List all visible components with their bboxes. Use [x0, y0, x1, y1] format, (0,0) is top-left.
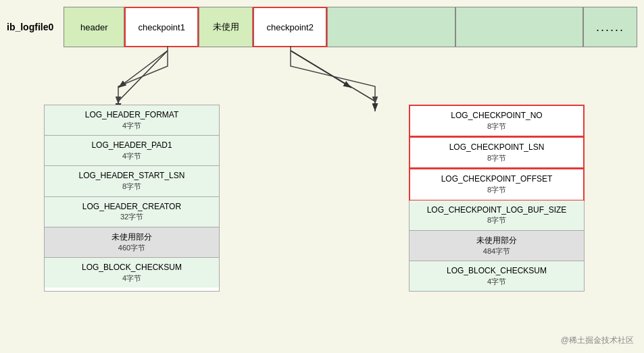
top-row: ib_logfile0 header checkpoint1 未使用 check… — [7, 7, 637, 47]
segments-container: header checkpoint1 未使用 checkpoint2 .....… — [64, 7, 637, 47]
header-detail-box: LOG_HEADER_FORMAT 4字节 LOG_HEADER_PAD1 4字… — [44, 105, 220, 292]
seg-checkpoint1: checkpoint1 — [124, 7, 199, 47]
seg-unused: 未使用 — [199, 7, 253, 47]
seg-green1 — [327, 7, 455, 47]
checkpoint-row-4: 未使用部分 484字节 — [410, 231, 584, 261]
svg-line-1 — [291, 51, 351, 88]
header-row-1: LOG_HEADER_PAD1 4字节 — [45, 136, 219, 166]
logfile-label: ib_logfile0 — [7, 22, 53, 32]
header-row-2: LOG_HEADER_START_LSN 8字节 — [45, 166, 219, 196]
watermark: @稀土掘金技术社区 — [561, 335, 634, 346]
checkpoint-row-2: LOG_CHECKPOINT_OFFSET 8字节 — [409, 168, 585, 200]
checkpoint-detail-box: LOG_CHECKPOINT_NO 8字节 LOG_CHECKPOINT_LSN… — [409, 105, 585, 292]
seg-green2 — [455, 7, 583, 47]
checkpoint-row-5: LOG_BLOCK_CHECKSUM 4字节 — [410, 261, 584, 291]
seg-dots: ...... — [583, 7, 637, 47]
header-row-5: LOG_BLOCK_CHECKSUM 4字节 — [45, 258, 219, 288]
connector-svg — [0, 46, 644, 110]
header-row-0: LOG_HEADER_FORMAT 4字节 — [45, 105, 219, 136]
checkpoint-row-3: LOG_CHECKPOINT_LOG_BUF_SIZE 8字节 — [410, 200, 584, 231]
boxes-row: LOG_HEADER_FORMAT 4字节 LOG_HEADER_PAD1 4字… — [14, 105, 630, 292]
seg-checkpoint2: checkpoint2 — [253, 7, 327, 47]
seg-header: header — [64, 7, 124, 47]
header-row-4: 未使用部分 460字节 — [45, 227, 219, 258]
svg-line-0 — [118, 51, 168, 88]
checkpoint-row-1: LOG_CHECKPOINT_LSN 8字节 — [409, 136, 585, 169]
main-container: ib_logfile0 header checkpoint1 未使用 check… — [0, 0, 644, 353]
header-row-3: LOG_HEADER_CREATOR 32字节 — [45, 197, 219, 227]
checkpoint-row-0: LOG_CHECKPOINT_NO 8字节 — [409, 105, 585, 137]
